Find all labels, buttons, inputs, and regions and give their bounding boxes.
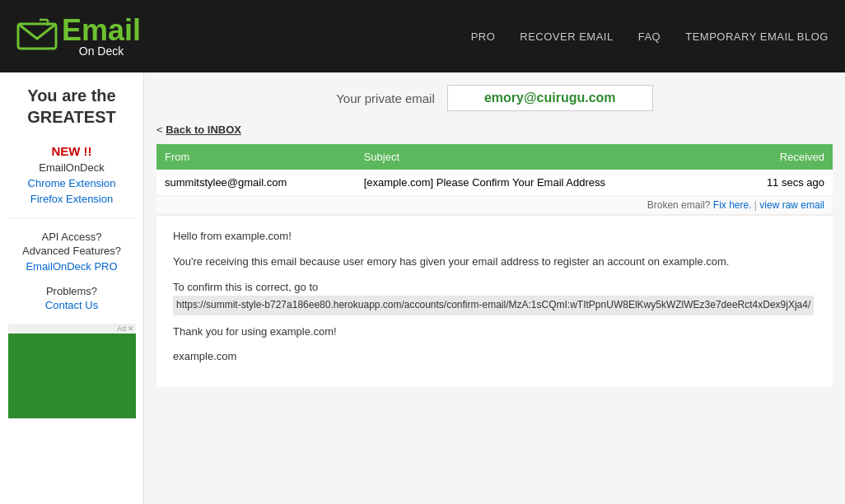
logo-email-text: Email <box>62 16 141 45</box>
greatest-text: You are the GREATEST <box>8 85 135 128</box>
email-body: Hello from example.com! You're receiving… <box>156 215 833 386</box>
email-table: From Subject Received summitstylee@gmail… <box>156 144 833 215</box>
email-line3: To confirm this is correct, go to https:… <box>173 279 816 315</box>
fix-here-link[interactable]: Fix here. <box>713 199 752 211</box>
problems-text: Problems? <box>8 285 135 297</box>
content-area: Your private email emory@cuirugu.com < B… <box>144 72 845 504</box>
back-to-inbox-link[interactable]: Back to INBOX <box>166 124 241 136</box>
ad-box: Ad ✕ <box>8 324 136 418</box>
col-from: From <box>156 144 356 170</box>
email-line3-text: To confirm this is correct, go to <box>173 281 318 293</box>
header: Email On Deck PRO RECOVER EMAIL FAQ TEMP… <box>0 0 845 72</box>
main-layout: You are the GREATEST NEW !! EmailOnDeck … <box>0 72 845 504</box>
emailondeck-label: EmailOnDeck <box>8 161 135 174</box>
back-arrow: < <box>156 124 163 136</box>
email-line2: You're receiving this email because user… <box>173 254 816 271</box>
col-received: Received <box>726 144 833 170</box>
col-subject: Subject <box>356 144 726 170</box>
view-raw-link[interactable]: view raw email <box>759 199 824 211</box>
contact-us-link[interactable]: Contact Us <box>8 299 135 311</box>
api-access-text: API Access? <box>8 231 135 243</box>
table-row[interactable]: summitstylee@gmail.com [example.com] Ple… <box>156 170 833 196</box>
sidebar: You are the GREATEST NEW !! EmailOnDeck … <box>0 72 144 504</box>
private-email-label: Your private email <box>336 91 435 105</box>
nav-pro[interactable]: PRO <box>471 30 496 43</box>
confirm-url-link[interactable]: https://summit-style-b727a186ee80.heroku… <box>173 296 814 315</box>
private-email-bar: Your private email emory@cuirugu.com <box>156 85 833 111</box>
firefox-extension-link[interactable]: Firefox Extension <box>8 193 135 205</box>
email-line4: Thank you for using example.com! <box>173 324 816 341</box>
new-badge: NEW !! <box>8 144 135 158</box>
sidebar-divider <box>8 217 135 218</box>
table-header-row: From Subject Received <box>156 144 833 170</box>
email-line5: example.com <box>173 348 816 366</box>
email-line1: Hello from example.com! <box>173 228 816 245</box>
ad-close-icon[interactable]: ✕ <box>128 324 134 333</box>
broken-email-text: Broken email? <box>647 199 711 211</box>
cell-from: summitstylee@gmail.com <box>156 170 356 196</box>
actions-cell: Broken email? Fix here. | view raw email <box>156 196 833 215</box>
back-to-inbox: < Back to INBOX <box>156 124 833 136</box>
logo[interactable]: Email On Deck <box>16 16 141 57</box>
table-actions-row: Broken email? Fix here. | view raw email <box>156 196 833 215</box>
nav-faq[interactable]: FAQ <box>638 30 661 43</box>
logo-text: Email On Deck <box>62 16 141 57</box>
logo-icon <box>16 16 58 57</box>
ad-label: Ad <box>117 324 126 333</box>
nav-menu: PRO RECOVER EMAIL FAQ TEMPORARY EMAIL BL… <box>471 30 829 43</box>
chrome-extension-link[interactable]: Chrome Extension <box>8 177 135 189</box>
private-email-value: emory@cuirugu.com <box>447 85 653 111</box>
emailondeck-pro-link[interactable]: EmailOnDeck PRO <box>8 260 135 273</box>
ad-box-top: Ad ✕ <box>8 324 136 334</box>
nav-recover-email[interactable]: RECOVER EMAIL <box>520 30 613 43</box>
logo-ondeck-text: On Deck <box>62 45 141 57</box>
nav-blog[interactable]: TEMPORARY EMAIL BLOG <box>685 30 829 43</box>
cell-subject: [example.com] Please Confirm Your Email … <box>356 170 726 196</box>
advanced-features-text: Advanced Features? <box>8 245 135 257</box>
cell-received: 11 secs ago <box>726 170 833 196</box>
